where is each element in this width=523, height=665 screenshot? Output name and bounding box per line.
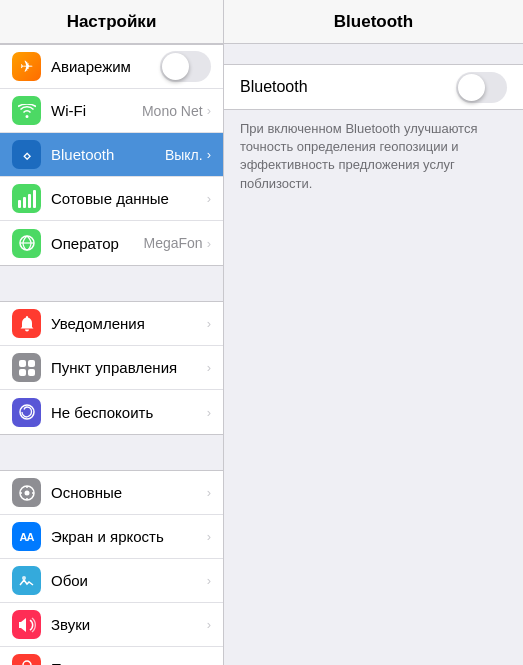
sidebar-item-donotdisturb[interactable]: Не беспокоить › — [0, 390, 223, 434]
svg-rect-8 — [19, 369, 26, 376]
sidebar-item-control[interactable]: Пункт управления › — [0, 346, 223, 390]
wifi-icon — [12, 96, 41, 125]
svg-rect-1 — [23, 197, 26, 208]
notifications-chevron: › — [207, 316, 211, 331]
wifi-label: Wi-Fi — [51, 102, 142, 119]
control-label: Пункт управления — [51, 359, 207, 376]
group-separator-1 — [0, 266, 223, 301]
sidebar-item-display[interactable]: AA Экран и яркость › — [0, 515, 223, 559]
general-label: Основные — [51, 484, 207, 501]
sidebar-item-airplane[interactable]: ✈ Авиарежим — [0, 45, 223, 89]
bluetooth-icon: ⬦ — [12, 140, 41, 169]
bluetooth-header: Bluetooth — [224, 0, 523, 43]
sidebar: ✈ Авиарежим Wi-Fi Mono Ne — [0, 44, 224, 665]
svg-rect-6 — [19, 360, 26, 367]
airplane-toggle-knob — [162, 53, 189, 80]
settings-title: Настройки — [67, 12, 157, 32]
passcode-chevron: › — [207, 661, 211, 665]
notifications-label: Уведомления — [51, 315, 207, 332]
wallpaper-chevron: › — [207, 573, 211, 588]
bluetooth-title: Bluetooth — [334, 12, 413, 32]
svg-rect-0 — [18, 200, 21, 208]
wallpaper-label: Обои — [51, 572, 207, 589]
wallpaper-icon — [12, 566, 41, 595]
sidebar-item-general[interactable]: Основные › — [0, 471, 223, 515]
control-chevron: › — [207, 360, 211, 375]
svg-rect-7 — [28, 360, 35, 367]
sidebar-group-3: Основные › AA Экран и яркость › Обои › — [0, 470, 223, 665]
settings-header: Настройки — [0, 0, 224, 43]
operator-value: MegaFon — [144, 235, 203, 251]
bluetooth-label: Bluetooth — [51, 146, 165, 163]
airplane-label: Авиарежим — [51, 58, 160, 75]
sidebar-item-cellular[interactable]: Сотовые данные › — [0, 177, 223, 221]
sounds-icon — [12, 610, 41, 639]
operator-label: Оператор — [51, 235, 144, 252]
display-icon: AA — [12, 522, 41, 551]
sidebar-group-1: ✈ Авиарежим Wi-Fi Mono Ne — [0, 44, 223, 266]
passcode-icon — [12, 654, 41, 665]
wifi-value: Mono Net — [142, 103, 203, 119]
display-label: Экран и яркость — [51, 528, 207, 545]
donotdisturb-icon — [12, 398, 41, 427]
cellular-label: Сотовые данные — [51, 190, 207, 207]
operator-icon — [12, 229, 41, 258]
notifications-icon — [12, 309, 41, 338]
svg-rect-3 — [33, 190, 36, 208]
general-icon — [12, 478, 41, 507]
sidebar-group-2: Уведомления › Пункт управления › — [0, 301, 223, 435]
bluetooth-description: При включенном Bluetooth улучшаются точн… — [224, 110, 523, 209]
header: Настройки Bluetooth — [0, 0, 523, 44]
donotdisturb-label: Не беспокоить — [51, 404, 207, 421]
display-chevron: › — [207, 529, 211, 544]
sidebar-item-operator[interactable]: Оператор MegaFon › — [0, 221, 223, 265]
sidebar-item-wallpaper[interactable]: Обои › — [0, 559, 223, 603]
group-separator-2 — [0, 435, 223, 470]
sounds-chevron: › — [207, 617, 211, 632]
sounds-label: Звуки — [51, 616, 207, 633]
sidebar-item-sounds[interactable]: Звуки › — [0, 603, 223, 647]
main-content: ✈ Авиарежим Wi-Fi Mono Ne — [0, 44, 523, 665]
detail-panel: Bluetooth При включенном Bluetooth улучш… — [224, 44, 523, 665]
cellular-chevron: › — [207, 191, 211, 206]
sidebar-item-notifications[interactable]: Уведомления › — [0, 302, 223, 346]
cellular-icon — [12, 184, 41, 213]
control-icon — [12, 353, 41, 382]
sidebar-item-passcode[interactable]: Пароль › — [0, 647, 223, 665]
operator-chevron: › — [207, 236, 211, 251]
general-chevron: › — [207, 485, 211, 500]
svg-rect-9 — [28, 369, 35, 376]
wifi-chevron: › — [207, 103, 211, 118]
bluetooth-toggle[interactable] — [456, 72, 507, 103]
bluetooth-chevron: › — [207, 147, 211, 162]
bluetooth-section: Bluetooth — [224, 64, 523, 110]
bluetooth-setting-label: Bluetooth — [240, 78, 456, 96]
bluetooth-value: Выкл. — [165, 147, 203, 163]
svg-point-11 — [24, 490, 29, 495]
bluetooth-row: Bluetooth — [224, 65, 523, 109]
bluetooth-toggle-knob — [458, 74, 485, 101]
donotdisturb-chevron: › — [207, 405, 211, 420]
airplane-toggle[interactable] — [160, 51, 211, 82]
airplane-icon: ✈ — [12, 52, 41, 81]
sidebar-item-wifi[interactable]: Wi-Fi Mono Net › — [0, 89, 223, 133]
sidebar-item-bluetooth[interactable]: ⬦ Bluetooth Выкл. › — [0, 133, 223, 177]
passcode-label: Пароль — [51, 660, 207, 665]
svg-rect-2 — [28, 194, 31, 208]
